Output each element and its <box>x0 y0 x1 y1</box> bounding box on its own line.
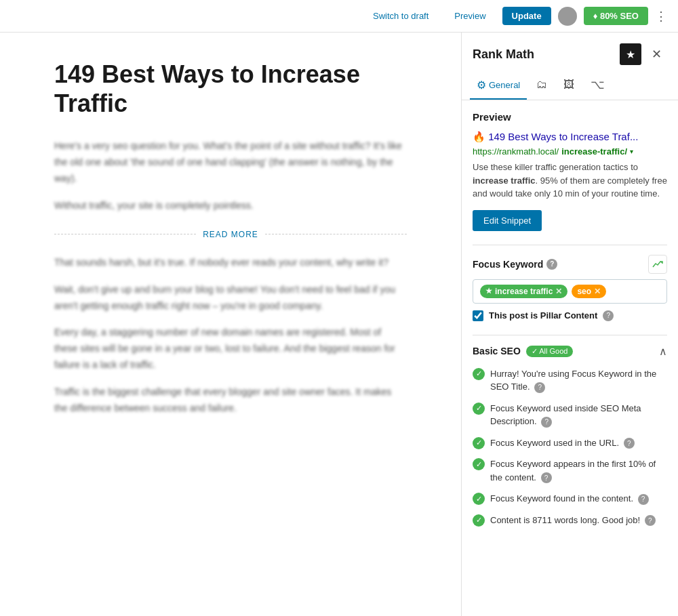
keyword-tag-primary: ★ increase traffic ✕ <box>480 285 567 298</box>
focus-keyword-header: Focus Keyword ? <box>473 255 667 274</box>
seo-item-3: ✓ Focus Keyword appears in the first 10%… <box>473 457 667 484</box>
keyword-star-icon: ★ <box>485 287 492 295</box>
preview-section: Preview 🔥 149 Best Ways to Increase Traf… <box>473 111 667 231</box>
pillar-content-row: This post is Pillar Content ? <box>473 310 667 321</box>
keyword-tag-secondary-text: seo <box>577 287 591 296</box>
check-icon-3: ✓ <box>473 458 485 470</box>
tab-briefcase[interactable]: 🗂 <box>530 72 554 99</box>
seo-item-text-1: Focus Keyword used inside SEO Meta Descr… <box>490 402 667 428</box>
main-layout: 149 Best Ways to Increase Traffic Here's… <box>0 33 678 616</box>
focus-keyword-help-icon[interactable]: ? <box>546 259 557 270</box>
focus-keyword-label: Focus Keyword ? <box>473 259 557 270</box>
keyword-tag-primary-remove[interactable]: ✕ <box>555 287 562 296</box>
seo-item-text-3: Focus Keyword appears in the first 10% o… <box>490 457 667 484</box>
paragraph-6: Traffic is the biggest challenge that ev… <box>54 384 407 417</box>
preview-title: 🔥 149 Best Ways to Increase Traf... <box>473 129 667 144</box>
preview-description: Use these killer traffic generation tact… <box>473 161 667 201</box>
sidebar-title: Rank Math <box>473 47 534 62</box>
sidebar-tabs: ⚙ General 🗂 🖼 ⌥ <box>462 70 678 100</box>
toolbar: Switch to draft Preview Update ♦ 80% SEO… <box>0 0 678 33</box>
tab-general[interactable]: ⚙ General <box>470 72 527 100</box>
seo-item-text-0: Hurray! You're using Focus Keyword in th… <box>490 367 667 394</box>
seo-help-icon-3[interactable]: ? <box>541 472 552 483</box>
star-button[interactable]: ★ <box>620 43 641 65</box>
tab-general-label: General <box>489 80 520 90</box>
check-icon-2: ✓ <box>473 437 485 449</box>
edit-snippet-button[interactable]: Edit Snippet <box>473 210 542 231</box>
paragraph-3: That sounds harsh, but it's true. If nob… <box>54 255 407 271</box>
seo-item-4: ✓ Focus Keyword found in the content. ? <box>473 492 667 506</box>
pillar-checkbox[interactable] <box>473 310 483 321</box>
read-more-divider: READ MORE <box>54 228 407 241</box>
seo-help-icon-2[interactable]: ? <box>624 438 635 449</box>
schema-icon: ⌥ <box>591 77 605 92</box>
sidebar-content: Preview 🔥 149 Best Ways to Increase Traf… <box>462 100 678 616</box>
keyword-tag-secondary-remove[interactable]: ✕ <box>594 287 601 296</box>
sidebar: Rank Math ★ ✕ ⚙ General 🗂 🖼 ⌥ <box>461 33 678 616</box>
seo-item-text-2: Focus Keyword used in the URL. ? <box>490 436 667 450</box>
tab-schema[interactable]: ⌥ <box>584 70 612 100</box>
keyword-input-box[interactable]: ★ increase traffic ✕ seo ✕ <box>473 279 667 304</box>
publish-button[interactable]: ♦ 80% SEO <box>584 7 648 25</box>
briefcase-icon: 🗂 <box>536 79 547 91</box>
sidebar-header-actions: ★ ✕ <box>620 43 667 65</box>
check-icon-0: ✓ <box>473 368 485 380</box>
pillar-help-icon[interactable]: ? <box>603 310 614 321</box>
keyword-tag-secondary: seo ✕ <box>572 285 606 298</box>
preview-label: Preview <box>473 111 667 123</box>
seo-help-icon-5[interactable]: ? <box>645 515 656 526</box>
seo-item-text-4: Focus Keyword found in the content. ? <box>490 492 667 506</box>
seo-help-icon-1[interactable]: ? <box>541 417 552 428</box>
image-icon: 🖼 <box>563 79 574 91</box>
check-icon-5: ✓ <box>473 514 485 527</box>
check-icon-4: ✓ <box>473 493 485 505</box>
seo-item-2: ✓ Focus Keyword used in the URL. ? <box>473 436 667 450</box>
all-good-badge: ✓ All Good <box>526 346 574 357</box>
update-button[interactable]: Update <box>502 7 551 25</box>
trend-icon[interactable] <box>648 255 667 274</box>
keyword-tag-primary-text: increase traffic <box>495 287 553 296</box>
general-icon: ⚙ <box>477 79 486 91</box>
seo-item-1: ✓ Focus Keyword used inside SEO Meta Des… <box>473 402 667 428</box>
tab-social[interactable]: 🖼 <box>557 72 581 99</box>
preview-url-arrow: ▾ <box>630 148 633 155</box>
read-more-text: READ MORE <box>196 228 265 241</box>
preview-url-base: https://rankmath.local/ <box>473 146 559 157</box>
preview-url: https://rankmath.local/increase-traffic/… <box>473 146 667 157</box>
preview-desc-bold: increase traffic <box>473 176 536 186</box>
paragraph-2: Without traffic, your site is completely… <box>54 198 407 214</box>
seo-help-icon-4[interactable]: ? <box>638 494 649 505</box>
divider-1 <box>473 245 667 245</box>
read-more-line-left <box>54 234 196 234</box>
seo-item-text-5: Content is 8711 words long. Good job! ? <box>490 514 667 527</box>
preview-url-slug: increase-traffic/ <box>561 146 627 157</box>
collapse-icon: ∧ <box>659 345 667 358</box>
more-options-button[interactable]: ⋮ <box>655 9 667 24</box>
avatar <box>558 7 577 26</box>
seo-item-5: ✓ Content is 8711 words long. Good job! … <box>473 514 667 527</box>
preview-title-text: 149 Best Ways to <box>488 131 570 142</box>
paragraph-1: Here's a very seo question for you. What… <box>54 138 407 186</box>
seo-item-0: ✓ Hurray! You're using Focus Keyword in … <box>473 367 667 394</box>
preview-title-fire: 🔥 <box>473 131 485 142</box>
basic-seo-section: Basic SEO ✓ All Good ∧ ✓ Hurray! You're … <box>473 345 667 527</box>
seo-section-title-text: Basic SEO <box>473 346 521 356</box>
close-button[interactable]: ✕ <box>645 43 667 65</box>
focus-keyword-section: Focus Keyword ? ★ increase traffic <box>473 255 667 304</box>
preview-button[interactable]: Preview <box>445 7 495 25</box>
sidebar-header: Rank Math ★ ✕ <box>462 33 678 65</box>
focus-keyword-text: Focus Keyword <box>473 259 543 270</box>
seo-section-header[interactable]: Basic SEO ✓ All Good ∧ <box>473 345 667 358</box>
seo-section-title: Basic SEO ✓ All Good <box>473 346 573 357</box>
seo-help-icon-0[interactable]: ? <box>534 382 545 393</box>
paragraph-4: Wait, don't give up and burn your blog t… <box>54 282 407 314</box>
post-title: 149 Best Ways to Increase Traffic <box>54 60 407 118</box>
divider-2 <box>473 335 667 335</box>
paragraph-5: Every day, a staggering number of new do… <box>54 325 407 373</box>
post-body: Here's a very seo question for you. What… <box>54 138 407 416</box>
switch-to-draft-button[interactable]: Switch to draft <box>363 7 438 25</box>
preview-title-bold: Increase Traf... <box>570 131 638 142</box>
pillar-label: This post is Pillar Content <box>489 310 597 321</box>
editor-area: 149 Best Ways to Increase Traffic Here's… <box>0 33 461 616</box>
read-more-line-right <box>265 234 407 234</box>
